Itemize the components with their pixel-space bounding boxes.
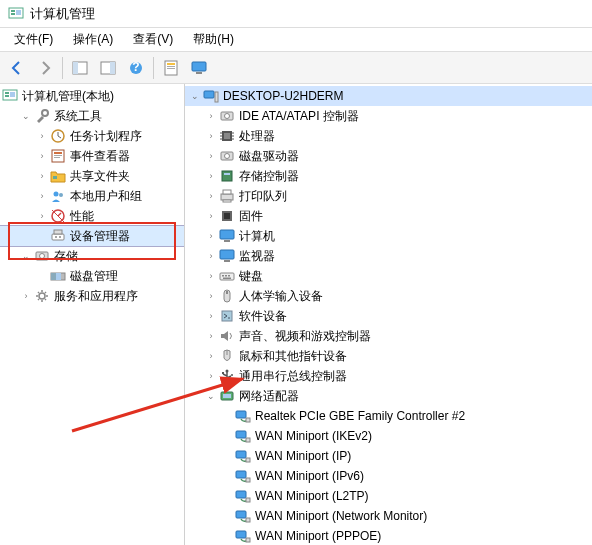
tree-label: 固件 bbox=[239, 208, 263, 225]
tree-event-viewer[interactable]: › 事件查看器 bbox=[0, 146, 184, 166]
tree-label: 性能 bbox=[70, 208, 94, 225]
expand-icon[interactable]: › bbox=[204, 189, 218, 203]
monitor-button[interactable] bbox=[186, 55, 212, 81]
device-wan-ip[interactable]: WAN Miniport (IP) bbox=[185, 446, 592, 466]
device-print-queue[interactable]: › 打印队列 bbox=[185, 186, 592, 206]
device-wan-ikev2[interactable]: WAN Miniport (IKEv2) bbox=[185, 426, 592, 446]
expand-icon[interactable]: › bbox=[204, 109, 218, 123]
expand-icon[interactable]: › bbox=[35, 129, 49, 143]
device-wan-ipv6[interactable]: WAN Miniport (IPv6) bbox=[185, 466, 592, 486]
device-storage-ctrl[interactable]: › 存储控制器 bbox=[185, 166, 592, 186]
device-disk-drives[interactable]: › 磁盘驱动器 bbox=[185, 146, 592, 166]
tree-performance[interactable]: › 性能 bbox=[0, 206, 184, 226]
expand-icon[interactable]: › bbox=[204, 329, 218, 343]
tree-system-tools[interactable]: ⌄ 系统工具 bbox=[0, 106, 184, 126]
tree-label: 存储 bbox=[54, 248, 78, 265]
monitor-icon bbox=[219, 248, 235, 264]
device-network[interactable]: ⌄ 网络适配器 bbox=[185, 386, 592, 406]
tree-label: WAN Miniport (PPPOE) bbox=[255, 529, 381, 543]
netadp-icon bbox=[235, 488, 251, 504]
expand-icon[interactable]: › bbox=[204, 209, 218, 223]
device-realtek[interactable]: Realtek PCIe GBE Family Controller #2 bbox=[185, 406, 592, 426]
tree-label: 监视器 bbox=[239, 248, 275, 265]
expand-icon[interactable]: › bbox=[204, 229, 218, 243]
tree-label: 服务和应用程序 bbox=[54, 288, 138, 305]
expand-icon[interactable]: › bbox=[204, 149, 218, 163]
device-hid[interactable]: › 人体学输入设备 bbox=[185, 286, 592, 306]
device-ide[interactable]: › IDE ATA/ATAPI 控制器 bbox=[185, 106, 592, 126]
expand-icon[interactable]: › bbox=[19, 289, 33, 303]
menu-action[interactable]: 操作(A) bbox=[63, 29, 123, 50]
help-button[interactable] bbox=[123, 55, 149, 81]
spacer bbox=[220, 429, 234, 443]
device-firmware[interactable]: › 固件 bbox=[185, 206, 592, 226]
tree-storage[interactable]: ⌄ 存储 bbox=[0, 246, 184, 266]
expand-icon[interactable]: › bbox=[204, 289, 218, 303]
toolbar bbox=[0, 52, 592, 84]
tree-label: 人体学输入设备 bbox=[239, 288, 323, 305]
storage-ctrl-icon bbox=[219, 168, 235, 184]
forward-button[interactable] bbox=[32, 55, 58, 81]
tree-disk-mgmt[interactable]: 磁盘管理 bbox=[0, 266, 184, 286]
spacer bbox=[220, 449, 234, 463]
device-usb[interactable]: › 通用串行总线控制器 bbox=[185, 366, 592, 386]
expand-icon[interactable]: › bbox=[204, 269, 218, 283]
collapse-icon[interactable]: ⌄ bbox=[19, 249, 33, 263]
spacer bbox=[220, 409, 234, 423]
tree-label: 存储控制器 bbox=[239, 168, 299, 185]
firmware-icon bbox=[219, 208, 235, 224]
console-tree[interactable]: 计算机管理(本地) ⌄ 系统工具 › 任务计划程序 › 事件查看器 › 共享文件… bbox=[0, 84, 185, 545]
device-wan-pppoe[interactable]: WAN Miniport (PPPOE) bbox=[185, 526, 592, 545]
tree-label: Realtek PCIe GBE Family Controller #2 bbox=[255, 409, 465, 423]
device-mouse[interactable]: › 鼠标和其他指针设备 bbox=[185, 346, 592, 366]
device-wan-netmon[interactable]: WAN Miniport (Network Monitor) bbox=[185, 506, 592, 526]
device-tree[interactable]: ⌄ DESKTOP-U2HDERM › IDE ATA/ATAPI 控制器 › … bbox=[185, 84, 592, 545]
device-cpu[interactable]: › 处理器 bbox=[185, 126, 592, 146]
back-button[interactable] bbox=[4, 55, 30, 81]
device-wan-l2tp[interactable]: WAN Miniport (L2TP) bbox=[185, 486, 592, 506]
expand-icon[interactable]: › bbox=[204, 169, 218, 183]
netadp-icon bbox=[235, 508, 251, 524]
tree-label: 磁盘驱动器 bbox=[239, 148, 299, 165]
expand-icon[interactable]: › bbox=[204, 349, 218, 363]
disk-icon bbox=[219, 148, 235, 164]
properties-button[interactable] bbox=[158, 55, 184, 81]
tree-task-scheduler[interactable]: › 任务计划程序 bbox=[0, 126, 184, 146]
menubar: 文件(F) 操作(A) 查看(V) 帮助(H) bbox=[0, 28, 592, 52]
collapse-icon[interactable]: ⌄ bbox=[204, 389, 218, 403]
tree-root[interactable]: 计算机管理(本地) bbox=[0, 86, 184, 106]
expand-icon[interactable]: › bbox=[204, 249, 218, 263]
expand-icon[interactable]: › bbox=[204, 129, 218, 143]
gear-icon bbox=[34, 288, 50, 304]
event-icon bbox=[50, 148, 66, 164]
collapse-icon[interactable]: ⌄ bbox=[188, 89, 202, 103]
show-hide-tree-button[interactable] bbox=[67, 55, 93, 81]
device-monitor[interactable]: › 监视器 bbox=[185, 246, 592, 266]
network-icon bbox=[219, 388, 235, 404]
tree-device-manager[interactable]: 设备管理器 bbox=[0, 226, 184, 246]
device-sound[interactable]: › 声音、视频和游戏控制器 bbox=[185, 326, 592, 346]
device-computer[interactable]: › 计算机 bbox=[185, 226, 592, 246]
expand-icon[interactable]: › bbox=[35, 149, 49, 163]
expand-icon[interactable]: › bbox=[35, 169, 49, 183]
netadp-icon bbox=[235, 468, 251, 484]
expand-icon[interactable]: › bbox=[35, 189, 49, 203]
tree-label: 设备管理器 bbox=[70, 228, 130, 245]
menu-help[interactable]: 帮助(H) bbox=[183, 29, 244, 50]
show-hide-pane-button[interactable] bbox=[95, 55, 121, 81]
netadp-icon bbox=[235, 528, 251, 544]
tree-local-users[interactable]: › 本地用户和组 bbox=[0, 186, 184, 206]
tree-label: 声音、视频和游戏控制器 bbox=[239, 328, 371, 345]
collapse-icon[interactable]: ⌄ bbox=[19, 109, 33, 123]
device-soft-dev[interactable]: › 软件设备 bbox=[185, 306, 592, 326]
expand-icon[interactable]: › bbox=[204, 309, 218, 323]
tree-services-apps[interactable]: › 服务和应用程序 bbox=[0, 286, 184, 306]
expand-icon[interactable]: › bbox=[35, 209, 49, 223]
tree-shared-folders[interactable]: › 共享文件夹 bbox=[0, 166, 184, 186]
menu-view[interactable]: 查看(V) bbox=[123, 29, 183, 50]
device-keyboard[interactable]: › 键盘 bbox=[185, 266, 592, 286]
tree-label: 磁盘管理 bbox=[70, 268, 118, 285]
expand-icon[interactable]: › bbox=[204, 369, 218, 383]
device-root[interactable]: ⌄ DESKTOP-U2HDERM bbox=[185, 86, 592, 106]
menu-file[interactable]: 文件(F) bbox=[4, 29, 63, 50]
